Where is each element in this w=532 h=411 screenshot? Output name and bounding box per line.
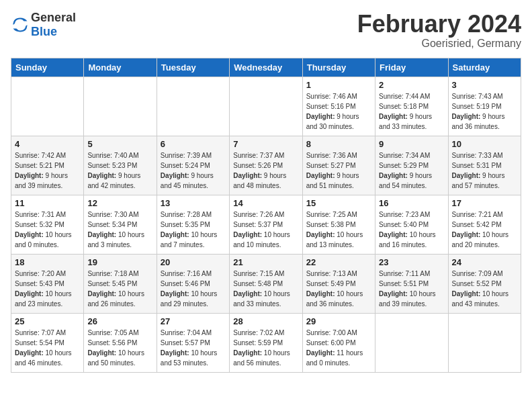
day-info: Sunrise: 7:21 AMSunset: 5:42 PMDaylight:…: [452, 210, 517, 250]
day-number: 23: [379, 257, 444, 267]
day-number: 27: [161, 316, 226, 326]
day-number: 6: [161, 139, 226, 149]
day-info: Sunrise: 7:02 AMSunset: 5:59 PMDaylight:…: [233, 328, 298, 368]
day-info: Sunrise: 7:30 AMSunset: 5:34 PMDaylight:…: [87, 210, 152, 250]
day-number: 5: [87, 139, 152, 149]
day-number: 22: [306, 257, 371, 267]
calendar-cell: 15Sunrise: 7:25 AMSunset: 5:38 PMDayligh…: [302, 195, 375, 254]
day-number: 19: [87, 257, 152, 267]
day-info: Sunrise: 7:13 AMSunset: 5:49 PMDaylight:…: [306, 269, 371, 309]
calendar-cell: 4Sunrise: 7:42 AMSunset: 5:21 PMDaylight…: [11, 136, 84, 195]
page-header: General Blue February 2024 Goerisried, G…: [11, 11, 521, 50]
weekday-header-tuesday: Tuesday: [157, 58, 229, 77]
day-number: 3: [452, 80, 517, 90]
day-number: 17: [452, 198, 517, 208]
day-info: Sunrise: 7:07 AMSunset: 5:54 PMDaylight:…: [15, 328, 80, 368]
calendar-cell: 3Sunrise: 7:43 AMSunset: 5:19 PMDaylight…: [448, 77, 521, 136]
calendar-cell: 6Sunrise: 7:39 AMSunset: 5:24 PMDaylight…: [157, 136, 229, 195]
calendar-cell: 5Sunrise: 7:40 AMSunset: 5:23 PMDaylight…: [84, 136, 157, 195]
day-info: Sunrise: 7:16 AMSunset: 5:46 PMDaylight:…: [161, 269, 226, 309]
day-info: Sunrise: 7:43 AMSunset: 5:19 PMDaylight:…: [452, 91, 517, 132]
day-info: Sunrise: 7:11 AMSunset: 5:51 PMDaylight:…: [379, 269, 444, 309]
day-info: Sunrise: 7:36 AMSunset: 5:27 PMDaylight:…: [306, 150, 371, 191]
day-info: Sunrise: 7:44 AMSunset: 5:18 PMDaylight:…: [379, 91, 444, 132]
day-number: 10: [452, 139, 517, 149]
day-number: 25: [15, 316, 80, 326]
day-number: 9: [379, 139, 444, 149]
calendar-cell: 12Sunrise: 7:30 AMSunset: 5:34 PMDayligh…: [84, 195, 157, 254]
logo-text: General Blue: [31, 11, 76, 39]
logo: General Blue: [11, 11, 76, 39]
day-number: 2: [379, 80, 444, 90]
calendar-title: February 2024: [357, 11, 521, 38]
weekday-header-wednesday: Wednesday: [230, 58, 302, 77]
day-number: 29: [306, 316, 371, 326]
day-number: 21: [233, 257, 298, 267]
calendar-cell: 20Sunrise: 7:16 AMSunset: 5:46 PMDayligh…: [157, 254, 229, 313]
calendar-cell: 7Sunrise: 7:37 AMSunset: 5:26 PMDaylight…: [230, 136, 302, 195]
day-info: Sunrise: 7:39 AMSunset: 5:24 PMDaylight:…: [161, 150, 226, 191]
calendar-cell: 19Sunrise: 7:18 AMSunset: 5:45 PMDayligh…: [84, 254, 157, 313]
calendar-week-row: 25Sunrise: 7:07 AMSunset: 5:54 PMDayligh…: [11, 313, 521, 372]
weekday-header-friday: Friday: [375, 58, 448, 77]
calendar-cell: 26Sunrise: 7:05 AMSunset: 5:56 PMDayligh…: [84, 313, 157, 372]
day-number: 7: [233, 139, 298, 149]
weekday-header-saturday: Saturday: [448, 58, 521, 77]
day-info: Sunrise: 7:15 AMSunset: 5:48 PMDaylight:…: [233, 269, 298, 309]
weekday-header-thursday: Thursday: [302, 58, 375, 77]
day-info: Sunrise: 7:05 AMSunset: 5:56 PMDaylight:…: [87, 328, 152, 368]
calendar-cell: 8Sunrise: 7:36 AMSunset: 5:27 PMDaylight…: [302, 136, 375, 195]
day-info: Sunrise: 7:40 AMSunset: 5:23 PMDaylight:…: [87, 150, 152, 191]
day-number: 1: [306, 80, 371, 90]
day-number: 12: [87, 198, 152, 208]
day-info: Sunrise: 7:20 AMSunset: 5:43 PMDaylight:…: [15, 269, 80, 309]
logo-icon: [11, 15, 30, 34]
day-number: 8: [306, 139, 371, 149]
calendar-cell: 11Sunrise: 7:31 AMSunset: 5:32 PMDayligh…: [11, 195, 84, 254]
calendar-cell: [157, 77, 229, 136]
calendar-cell: 23Sunrise: 7:11 AMSunset: 5:51 PMDayligh…: [375, 254, 448, 313]
calendar-week-row: 11Sunrise: 7:31 AMSunset: 5:32 PMDayligh…: [11, 195, 521, 254]
day-number: 24: [452, 257, 517, 267]
day-info: Sunrise: 7:23 AMSunset: 5:40 PMDaylight:…: [379, 210, 444, 250]
calendar-cell: 21Sunrise: 7:15 AMSunset: 5:48 PMDayligh…: [230, 254, 302, 313]
day-info: Sunrise: 7:04 AMSunset: 5:57 PMDaylight:…: [161, 328, 226, 368]
calendar-cell: 13Sunrise: 7:28 AMSunset: 5:35 PMDayligh…: [157, 195, 229, 254]
weekday-header-sunday: Sunday: [11, 58, 84, 77]
calendar-subtitle: Goerisried, Germany: [357, 38, 521, 50]
calendar-cell: 29Sunrise: 7:00 AMSunset: 6:00 PMDayligh…: [302, 313, 375, 372]
calendar-cell: 16Sunrise: 7:23 AMSunset: 5:40 PMDayligh…: [375, 195, 448, 254]
calendar-cell: 27Sunrise: 7:04 AMSunset: 5:57 PMDayligh…: [157, 313, 229, 372]
calendar-week-row: 18Sunrise: 7:20 AMSunset: 5:43 PMDayligh…: [11, 254, 521, 313]
day-number: 11: [15, 198, 80, 208]
calendar-cell: 22Sunrise: 7:13 AMSunset: 5:49 PMDayligh…: [302, 254, 375, 313]
day-info: Sunrise: 7:26 AMSunset: 5:37 PMDaylight:…: [233, 210, 298, 250]
calendar-table: SundayMondayTuesdayWednesdayThursdayFrid…: [11, 58, 521, 373]
day-info: Sunrise: 7:46 AMSunset: 5:16 PMDaylight:…: [306, 91, 371, 132]
day-info: Sunrise: 7:18 AMSunset: 5:45 PMDaylight:…: [87, 269, 152, 309]
day-info: Sunrise: 7:28 AMSunset: 5:35 PMDaylight:…: [161, 210, 226, 250]
day-info: Sunrise: 7:34 AMSunset: 5:29 PMDaylight:…: [379, 150, 444, 191]
day-number: 28: [233, 316, 298, 326]
calendar-cell: [11, 77, 84, 136]
day-number: 15: [306, 198, 371, 208]
calendar-cell: [375, 313, 448, 372]
day-info: Sunrise: 7:09 AMSunset: 5:52 PMDaylight:…: [452, 269, 517, 309]
calendar-week-row: 1Sunrise: 7:46 AMSunset: 5:16 PMDaylight…: [11, 77, 521, 136]
calendar-cell: 14Sunrise: 7:26 AMSunset: 5:37 PMDayligh…: [230, 195, 302, 254]
day-number: 16: [379, 198, 444, 208]
day-number: 26: [87, 316, 152, 326]
calendar-cell: 25Sunrise: 7:07 AMSunset: 5:54 PMDayligh…: [11, 313, 84, 372]
title-area: February 2024 Goerisried, Germany: [357, 11, 521, 50]
calendar-cell: 1Sunrise: 7:46 AMSunset: 5:16 PMDaylight…: [302, 77, 375, 136]
calendar-week-row: 4Sunrise: 7:42 AMSunset: 5:21 PMDaylight…: [11, 136, 521, 195]
calendar-cell: 24Sunrise: 7:09 AMSunset: 5:52 PMDayligh…: [448, 254, 521, 313]
day-number: 4: [15, 139, 80, 149]
day-info: Sunrise: 7:42 AMSunset: 5:21 PMDaylight:…: [15, 150, 80, 191]
calendar-cell: 18Sunrise: 7:20 AMSunset: 5:43 PMDayligh…: [11, 254, 84, 313]
weekday-header-row: SundayMondayTuesdayWednesdayThursdayFrid…: [11, 58, 521, 77]
day-number: 20: [161, 257, 226, 267]
weekday-header-monday: Monday: [84, 58, 157, 77]
day-info: Sunrise: 7:33 AMSunset: 5:31 PMDaylight:…: [452, 150, 517, 191]
calendar-cell: 2Sunrise: 7:44 AMSunset: 5:18 PMDaylight…: [375, 77, 448, 136]
